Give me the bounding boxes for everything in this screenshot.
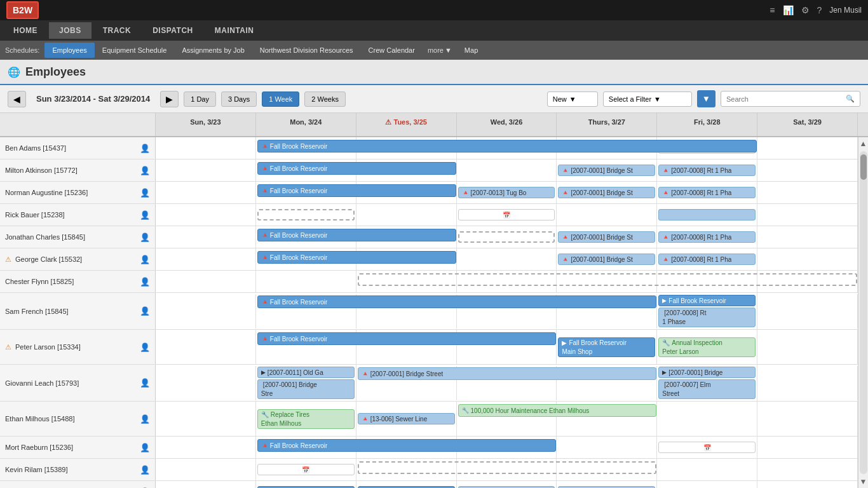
day-cell[interactable] — [657, 459, 757, 480]
day-cell[interactable] — [156, 204, 256, 226]
assignment-block[interactable]: 🔺[2007-0001] Bridge St — [558, 254, 655, 265]
day-cell[interactable] — [757, 137, 858, 159]
next-button[interactable]: ▶ — [160, 91, 179, 107]
day-cell[interactable] — [156, 481, 256, 488]
day-cell[interactable]: 🔺[2007-0001] Bridge St — [557, 226, 657, 248]
day-cell[interactable] — [457, 226, 557, 248]
calendar-scroll[interactable]: Ben Adams [15437]👤📅🔺Fall Brook Reservoir… — [0, 137, 858, 488]
day-cell[interactable] — [657, 402, 757, 436]
assignment-block[interactable]: 🔺Fall Brook Reservoir — [257, 184, 456, 197]
assignment-block[interactable]: ▶Fall Brook Reservoir — [658, 295, 756, 306]
prev-button[interactable]: ◀ — [8, 91, 26, 107]
day-cell[interactable] — [156, 271, 256, 292]
help-icon[interactable]: ? — [817, 5, 822, 15]
assignment-block[interactable] — [358, 273, 857, 286]
day-cell[interactable] — [156, 402, 256, 436]
avatar[interactable]: 👤 — [140, 306, 150, 316]
chart-icon[interactable]: 📊 — [783, 5, 794, 15]
view-1day[interactable]: 1 Day — [184, 92, 216, 107]
search-input[interactable] — [726, 95, 843, 103]
day-cell[interactable]: 📅 — [457, 204, 557, 226]
assignment-block[interactable] — [458, 231, 555, 243]
day-cell[interactable]: 🔺[2007-0013] Tug Bo — [457, 182, 557, 203]
avatar[interactable]: 👤 — [140, 166, 150, 175]
filter-dropdown[interactable]: Select a Filter ▼ — [603, 92, 692, 107]
assignment-block[interactable]: 🔧 Annual Inspection Peter Larson — [658, 337, 756, 357]
day-cell[interactable] — [557, 437, 657, 458]
day-cell[interactable] — [256, 204, 356, 226]
view-dropdown[interactable]: New ▼ — [547, 92, 598, 107]
day-cell[interactable] — [156, 294, 256, 329]
day-cell[interactable]: 🔧 Annual Inspection Peter Larson — [657, 330, 757, 364]
day-cell[interactable] — [156, 182, 256, 203]
gear-icon[interactable]: ⚙ — [801, 5, 810, 15]
assignment-block[interactable]: 🔧 Replace Tires Ethan Milhous — [257, 409, 355, 429]
day-cell[interactable]: ▶ Fall Brook Reservoir Main Shop — [557, 330, 657, 364]
day-cell[interactable] — [757, 204, 858, 226]
nav-jobs[interactable]: JOBS — [49, 22, 92, 39]
tab-crew-calendar[interactable]: Crew Calendar — [361, 43, 423, 58]
day-cell[interactable]: 🔺[2007-0001] Bridge St — [557, 248, 657, 270]
day-cell[interactable]: 🔺[2007-0008] Rt 1 Pha — [657, 226, 757, 248]
assignment-block[interactable]: 🔺Fall Brook Reservoir — [257, 229, 456, 241]
day-cell[interactable] — [757, 330, 858, 364]
day-cell[interactable]: 📅 — [657, 437, 757, 458]
assignment-block[interactable]: ▶[2007-0011] Old Ga — [257, 367, 355, 378]
assignment-block[interactable]: 🔺Fall Brook Reservoir — [257, 439, 557, 452]
nav-home[interactable]: HOME — [3, 22, 48, 39]
assignment-block[interactable]: 🔺[2007-0001] Bridge St — [558, 231, 655, 243]
day-cell[interactable]: 🔺[2007-0008] Rt 1 Pha — [657, 182, 757, 203]
assignment-block[interactable]: 🔺[2007-0008] Rt 1 Pha — [658, 165, 756, 176]
more-button[interactable]: more ▼ — [423, 43, 457, 58]
scroll-down[interactable]: ▼ — [858, 475, 868, 488]
tab-employees[interactable]: Employees — [44, 43, 94, 58]
assignment-block[interactable]: 🔺[2007-0008] Rt 1 Pha — [658, 254, 756, 265]
nav-dispatch[interactable]: DISPATCH — [142, 22, 203, 39]
view-1week[interactable]: 1 Week — [262, 92, 299, 107]
day-cell[interactable] — [757, 182, 858, 203]
day-cell[interactable]: 🔺[13-006] Sewer Line — [356, 402, 457, 436]
day-cell[interactable] — [757, 459, 858, 480]
day-cell[interactable]: ▶[2007-0011] Old Ga [2007-0001] Bridge S… — [256, 365, 356, 401]
day-cell[interactable] — [156, 459, 256, 480]
tab-assignments-by-job[interactable]: Assignments by Job — [174, 43, 252, 58]
assignment-block[interactable]: 🔺Fall Brook Reservoir — [257, 251, 456, 264]
tab-map[interactable]: Map — [457, 43, 485, 58]
avatar[interactable]: 👤 — [140, 378, 150, 388]
avatar[interactable]: 👤 — [140, 414, 150, 424]
assignment-block[interactable]: 📅 — [658, 442, 756, 453]
assignment-block[interactable]: 🔺[2007-0001] Bridge Street — [358, 367, 657, 380]
scrollbar-thumb[interactable] — [860, 154, 867, 180]
assignment-block[interactable]: ▶ Fall Brook Reservoir Main Shop — [558, 337, 655, 357]
assignment-block[interactable] — [658, 209, 756, 220]
avatar[interactable]: 👤 — [140, 144, 150, 153]
assignment-block[interactable]: 🔧100,000 Hour Maintenance Ethan Milhous — [458, 404, 657, 417]
day-cell[interactable] — [156, 159, 256, 181]
assignment-block[interactable]: 🔺Fall Brook Reservoir — [257, 162, 456, 175]
list-icon[interactable]: ≡ — [770, 5, 775, 15]
assignment-block[interactable]: 🔺[2007-0001] Bridge St — [558, 187, 655, 198]
day-cell[interactable] — [557, 204, 657, 226]
avatar[interactable]: 👤 — [140, 443, 150, 452]
tab-equipment[interactable]: Equipment Schedule — [95, 43, 175, 58]
assignment-block[interactable]: 🔺[2007-0008] Rt 1 Pha — [658, 187, 756, 198]
day-cell[interactable] — [356, 204, 457, 226]
day-cell[interactable] — [457, 159, 557, 181]
assignment-block[interactable] — [257, 209, 355, 220]
day-cell[interactable]: 🔺[2007-0001] Bridge St — [557, 481, 657, 488]
day-cell[interactable] — [757, 226, 858, 248]
day-cell[interactable]: 🔺[2007-0008] Rt 1 Pha — [657, 159, 757, 181]
nav-track[interactable]: TRACK — [93, 22, 142, 39]
avatar[interactable]: 👤 — [140, 233, 150, 242]
assignment-block[interactable]: 🔺[13-006] Sewer Line — [358, 413, 455, 424]
day-cell[interactable] — [156, 366, 256, 400]
day-cell[interactable] — [156, 137, 256, 159]
day-cell[interactable] — [757, 481, 858, 488]
nav-maintain[interactable]: MAINTAIN — [205, 22, 264, 39]
day-cell[interactable]: 📅 — [256, 459, 356, 480]
avatar[interactable]: 👤 — [140, 465, 150, 475]
day-cell[interactable] — [457, 248, 557, 270]
day-cell[interactable] — [757, 159, 858, 181]
assignment-block[interactable]: 🔺[2007-0008] Rt 1 Pha — [658, 231, 756, 243]
day-cell[interactable] — [657, 204, 757, 226]
